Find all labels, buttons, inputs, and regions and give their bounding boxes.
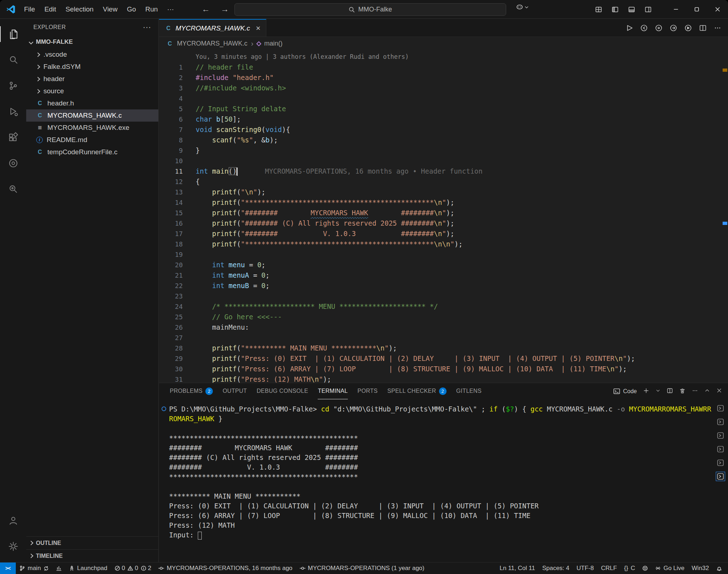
panel-tab-debug-console[interactable]: DEBUG CONSOLE xyxy=(257,383,308,399)
line-number[interactable]: 10 xyxy=(159,156,183,166)
line-number[interactable]: 23 xyxy=(159,291,183,301)
line-number[interactable]: 11 xyxy=(159,166,183,177)
account-icon[interactable] xyxy=(0,508,26,533)
terminal-line[interactable]: ######## MYCROMARS HAWK ######## xyxy=(169,443,711,453)
breadcrumb-symbol[interactable]: main() xyxy=(264,40,283,47)
panel-tab-spell-checker[interactable]: SPELL CHECKER2 xyxy=(387,383,447,399)
menu-go[interactable]: Go xyxy=(122,3,140,16)
code-line-7[interactable]: 7void scanString0(void){ xyxy=(159,124,728,135)
line-number[interactable]: 2 xyxy=(159,72,183,83)
line-number[interactable]: 24 xyxy=(159,301,183,312)
toggle-sidebar-icon[interactable] xyxy=(607,0,623,19)
line-number[interactable]: 13 xyxy=(159,187,183,197)
platform-status[interactable]: Win32 xyxy=(688,563,713,574)
extension-status[interactable] xyxy=(639,563,652,574)
panel-more-actions-icon[interactable] xyxy=(692,387,698,395)
customize-layout-icon[interactable] xyxy=(590,0,607,19)
copilot-menu[interactable] xyxy=(516,4,529,10)
split-terminal-icon[interactable] xyxy=(667,387,673,395)
menu-edit[interactable]: Edit xyxy=(40,3,61,16)
terminal-line[interactable] xyxy=(169,424,711,433)
line-number[interactable]: 19 xyxy=(159,249,183,260)
line-number[interactable]: 21 xyxy=(159,270,183,281)
line-number[interactable]: 18 xyxy=(159,239,183,249)
terminal-command-icon[interactable] xyxy=(716,444,725,454)
line-number[interactable]: 9 xyxy=(159,145,183,156)
terminal-output[interactable]: PS D:\MMO\GitHub_Projects\MMO-Falke> cd … xyxy=(159,399,711,562)
terminal-line[interactable]: PS D:\MMO\GitHub_Projects\MMO-Falke> cd … xyxy=(169,404,711,414)
code-line-2[interactable]: 2#include "header.h" xyxy=(159,72,728,83)
terminal-line[interactable]: ****************************************… xyxy=(169,433,711,443)
explorer-item-MYCROMARS_HAWK.c[interactable]: CMYCROMARS_HAWK.c xyxy=(26,109,158,122)
menu-file[interactable]: File xyxy=(19,3,40,16)
line-number[interactable]: 25 xyxy=(159,312,183,322)
code-line-23[interactable]: 23 xyxy=(159,291,728,301)
code-line-14[interactable]: 14 printf("*****************************… xyxy=(159,197,728,208)
code-line-6[interactable]: 6char b[50]; xyxy=(159,114,728,124)
panel-tab-output[interactable]: OUTPUT xyxy=(223,383,247,399)
source-control-activity-icon[interactable] xyxy=(0,73,26,99)
line-number[interactable]: 17 xyxy=(159,229,183,239)
code-editor[interactable]: You, 3 minutes ago | 3 authors (Alexande… xyxy=(159,50,728,383)
line-number[interactable]: 12 xyxy=(159,177,183,187)
remote-indicator[interactable]: >< xyxy=(0,563,16,574)
explorer-item-.vscode[interactable]: .vscode xyxy=(26,48,158,61)
code-line-20[interactable]: 20 int menu = 0; xyxy=(159,260,728,270)
search-activity-icon[interactable] xyxy=(0,47,26,73)
problems-status[interactable]: 0 0 2 xyxy=(111,563,155,574)
terminal-line[interactable]: ********** MAIN MENU *********** xyxy=(169,491,711,501)
terminal-line[interactable]: Press: (12) MATH xyxy=(169,521,711,530)
run-file-icon[interactable] xyxy=(682,22,694,34)
line-number[interactable]: 20 xyxy=(159,260,183,270)
terminal-command-icon[interactable] xyxy=(716,458,725,467)
code-line-15[interactable]: 15 printf("######## MYCROMARS HAWK #####… xyxy=(159,208,728,218)
line-number[interactable]: 7 xyxy=(159,124,183,135)
line-number[interactable]: 22 xyxy=(159,281,183,291)
code-line-17[interactable]: 17 printf("######## V. 1.0.3 ########\n"… xyxy=(159,229,728,239)
menu-view[interactable]: View xyxy=(98,3,122,16)
explorer-item-README.md[interactable]: iREADME.md xyxy=(26,134,158,146)
explorer-item-Falke.dSYM[interactable]: Falke.dSYM xyxy=(26,61,158,73)
code-line-3[interactable]: 3//#include <windows.h> xyxy=(159,83,728,93)
close-panel-icon[interactable] xyxy=(716,387,722,395)
gitlens-blame2-status[interactable]: MYCROMARS-OPERATIONS (1 year ago) xyxy=(296,563,428,574)
line-number[interactable]: 5 xyxy=(159,104,183,114)
terminal-line[interactable]: ROMARS_HAWK } xyxy=(169,414,711,424)
line-number[interactable]: 27 xyxy=(159,333,183,343)
panel-tab-problems[interactable]: PROBLEMS2 xyxy=(170,383,213,399)
code-line-5[interactable]: 5// Input String delate xyxy=(159,104,728,114)
code-line-9[interactable]: 9} xyxy=(159,145,728,156)
menu-run[interactable]: Run xyxy=(141,3,163,16)
workspace-root[interactable]: MMO-FALKE xyxy=(26,36,158,48)
timeline-section[interactable]: TIMELINE xyxy=(26,549,158,562)
more-actions-icon[interactable] xyxy=(711,22,724,34)
code-line-16[interactable]: 16 printf("######## (C) All rights reser… xyxy=(159,218,728,229)
explorer-activity-icon[interactable] xyxy=(0,21,26,47)
line-number[interactable]: 6 xyxy=(159,114,183,124)
code-line-28[interactable]: 28 printf("********** MAIN MENU ********… xyxy=(159,343,728,353)
indentation-status[interactable]: Spaces: 4 xyxy=(538,563,573,574)
code-line-12[interactable]: 12{ xyxy=(159,177,728,187)
code-line-21[interactable]: 21 int menuA = 0; xyxy=(159,270,728,281)
maximize-button[interactable] xyxy=(686,0,707,19)
explorer-item-source[interactable]: source xyxy=(26,85,158,97)
tab-mycromars-hawk-c[interactable]: C MYCROMARS_HAWK.c × xyxy=(159,19,266,37)
code-line-25[interactable]: 25 // Go here <<<--- xyxy=(159,312,728,322)
minimize-button[interactable] xyxy=(666,0,686,19)
run-debug-activity-icon[interactable] xyxy=(0,99,26,124)
gitlens-inspect-activity-icon[interactable] xyxy=(0,176,26,202)
command-decoration-icon[interactable] xyxy=(162,406,166,411)
terminal-line[interactable]: Input: xyxy=(169,530,711,540)
terminal-line[interactable]: ######## V. 1.0.3 ######## xyxy=(169,462,711,472)
line-number[interactable]: 15 xyxy=(159,208,183,218)
toggle-secondary-sidebar-icon[interactable] xyxy=(640,0,656,19)
language-status[interactable]: {} C xyxy=(621,563,639,574)
terminal-command-icon[interactable] xyxy=(716,431,725,440)
encoding-status[interactable]: UTF-8 xyxy=(573,563,597,574)
kill-terminal-icon[interactable] xyxy=(679,387,686,395)
terminal-command-icon[interactable] xyxy=(716,417,725,427)
explorer-item-tempCodeRunnerFile.c[interactable]: CtempCodeRunnerFile.c xyxy=(26,146,158,158)
extensions-activity-icon[interactable] xyxy=(0,124,26,150)
explorer-item-header.h[interactable]: Cheader.h xyxy=(26,97,158,109)
gitlens-activity-icon[interactable] xyxy=(0,150,26,176)
